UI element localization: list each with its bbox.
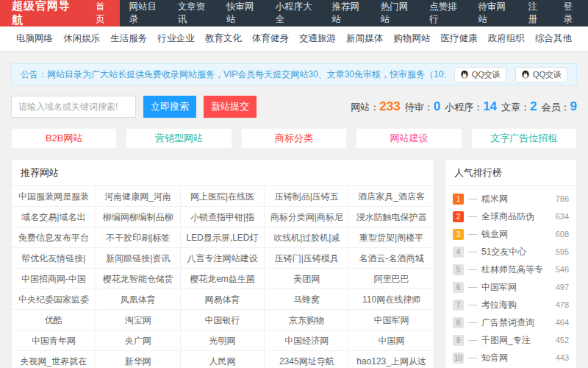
site-link[interactable]: 樱花龙智能仓储货 <box>96 269 181 289</box>
qq-chat-button[interactable]: QQ交谈 <box>454 67 506 82</box>
qq-icon <box>521 70 530 79</box>
site-link[interactable]: 域名交易|域名出 <box>12 207 96 227</box>
qq-chat-button[interactable]: QQ交谈 <box>515 67 567 82</box>
ranking-item[interactable]: 2—全球商品防伪634 <box>453 208 569 225</box>
site-link[interactable]: 新闻眼链接|资讯 <box>96 248 181 269</box>
site-link[interactable]: 新华网 <box>96 351 181 368</box>
category-link[interactable]: 医疗健康 <box>441 32 478 45</box>
topnav-item[interactable]: 网站目录 <box>120 0 168 26</box>
site-link[interactable]: 网易体育 <box>181 289 265 310</box>
quick-tab[interactable]: 营销型网站 <box>126 128 232 149</box>
topnav-item[interactable]: 小程序大全 <box>266 0 323 26</box>
category-link[interactable]: 政府组织 <box>488 32 525 45</box>
site-link[interactable]: 中国经济网 <box>265 330 349 351</box>
site-link[interactable]: 中国招商网-中国 <box>12 269 96 289</box>
rank-count: 497 <box>556 283 569 291</box>
auth-link[interactable]: 登录 <box>553 0 588 26</box>
category-link[interactable]: 生活服务 <box>110 32 147 45</box>
topnav-item[interactable]: 热门网站 <box>372 0 420 26</box>
site-link[interactable]: 优酷 <box>12 310 96 330</box>
qq-icon <box>460 70 469 79</box>
category-link[interactable]: 购物网站 <box>393 32 430 45</box>
search-button[interactable]: 立即搜索 <box>143 96 196 118</box>
site-link[interactable]: 110网在线律师 <box>349 289 434 310</box>
site-link[interactable]: 京东购物 <box>265 310 349 330</box>
ranking-item[interactable]: 3—钱盒网608 <box>453 225 569 243</box>
site-link[interactable]: 马蜂窝 <box>265 289 349 310</box>
site-link[interactable]: 中国军网 <box>349 310 434 330</box>
site-link[interactable]: 樱花龙em益生菌 <box>181 269 265 289</box>
ranking-item[interactable]: 1—糯米网786 <box>453 190 569 208</box>
auth-link[interactable]: 注册 <box>518 0 553 26</box>
site-link[interactable]: 酒店家具_酒店客 <box>349 186 434 207</box>
site-link[interactable]: 压铸门|压铸模具 <box>265 248 349 269</box>
site-link[interactable]: 河南健康网_河南 <box>96 186 181 207</box>
site-link[interactable]: 小锁查指甲钳|指 <box>181 207 265 227</box>
site-link[interactable]: 光明网 <box>181 330 265 351</box>
submit-site-button[interactable]: 新站提交 <box>204 96 257 118</box>
search-input[interactable] <box>11 96 136 118</box>
ranking-item[interactable]: 8—广告禁词查询464 <box>453 314 569 331</box>
category-link[interactable]: 行业企业 <box>158 32 195 45</box>
quick-tab[interactable]: 文字广告位招租 <box>471 128 577 149</box>
site-logo[interactable]: 超级官网导航 <box>0 0 87 26</box>
ranking-item[interactable]: 7—考拉海购478 <box>453 296 569 314</box>
ranking-item[interactable]: 6—中国军网497 <box>453 278 569 296</box>
category-link[interactable]: 综合其他 <box>535 32 572 45</box>
stat-value: 9 <box>570 99 577 114</box>
category-link[interactable]: 体育健身 <box>252 32 289 45</box>
main-content: 推荐网站 中国服装网是服装河南健康网_河南网上医院|在线医压铸制品|压铸五酒店家… <box>11 159 577 368</box>
site-link[interactable]: 商标分类网|商标尼 <box>265 207 349 227</box>
site-link[interactable]: 名酒云-名酒商城 <box>349 248 434 269</box>
site-link[interactable]: 央视网_世界就在 <box>12 351 96 368</box>
quick-tab[interactable]: 商标分类 <box>241 128 347 149</box>
site-link[interactable]: 网上医院|在线医 <box>181 186 265 207</box>
site-link[interactable]: 八言专注网站建设 <box>181 248 265 269</box>
topnav-item[interactable]: 文章资讯 <box>169 0 218 26</box>
topnav-item[interactable]: 首页 <box>87 0 120 26</box>
site-link[interactable]: 淘宝网 <box>96 310 181 330</box>
category-link[interactable]: 交通旅游 <box>299 32 336 45</box>
category-link[interactable]: 电脑网络 <box>16 32 53 45</box>
site-link[interactable]: 阿里巴巴 <box>349 269 434 289</box>
topnav-item[interactable]: 快审网站 <box>218 0 266 26</box>
category-link[interactable]: 新闻媒体 <box>346 32 383 45</box>
ranking-item[interactable]: 4—51交友中心595 <box>453 243 569 261</box>
category-link[interactable]: 教育文化 <box>205 32 242 45</box>
site-link[interactable]: 重型货架|阁楼平 <box>349 227 434 248</box>
ranking-item[interactable]: 5—桂林师范高等专546 <box>453 261 569 278</box>
ranking-item[interactable]: 9—千图网_专注452 <box>453 331 569 349</box>
site-link[interactable]: 中国服装网是服装 <box>12 186 96 207</box>
site-link[interactable]: 2345网址导航 <box>265 351 349 368</box>
site-link[interactable]: LED显示屏,LED灯 <box>181 227 265 248</box>
site-link[interactable]: 人民网 <box>181 351 265 368</box>
site-link[interactable]: 央广网 <box>96 330 181 351</box>
rank-count: 608 <box>556 230 569 238</box>
site-link[interactable]: 中国网 <box>349 330 434 351</box>
site-link[interactable]: 凤凰体育 <box>96 289 181 310</box>
rank-badge: 6 <box>453 282 464 293</box>
site-link[interactable]: 柳编网柳编制品柳 <box>96 207 181 227</box>
site-link[interactable]: 不干胶印刷|标签 <box>96 227 181 248</box>
rank-separator: — <box>468 229 477 239</box>
site-link[interactable]: 中国青年网 <box>12 330 96 351</box>
site-link[interactable]: 帮优化友情链接| <box>12 248 96 269</box>
site-link[interactable]: 压铸制品|压铸五 <box>265 186 349 207</box>
site-link[interactable]: 中国银行 <box>181 310 265 330</box>
stat-item: 待审：0 <box>405 99 440 114</box>
site-link[interactable]: 免费信息发布平台 <box>12 227 96 248</box>
quick-tab[interactable]: B2B网站 <box>11 128 117 149</box>
site-stats: 网站：233待审：0小程序：14文章：2会员：9 <box>346 99 577 114</box>
site-link[interactable]: 浸水防触电保护器 <box>349 207 434 227</box>
topnav-item[interactable]: 待审网站 <box>469 0 517 26</box>
site-link[interactable]: 中央纪委国家监委 <box>12 289 96 310</box>
stat-item: 小程序：14 <box>445 99 497 114</box>
topnav-item[interactable]: 推荐网站 <box>323 0 371 26</box>
ranking-item[interactable]: 10—知音网443 <box>453 349 569 367</box>
site-link[interactable]: 吹线机|过胶机|减 <box>265 227 349 248</box>
category-link[interactable]: 休闲娱乐 <box>63 32 100 45</box>
quick-tab[interactable]: 网站建设 <box>356 128 462 149</box>
site-link[interactable]: 美团网 <box>265 269 349 289</box>
topnav-item[interactable]: 点赞排行 <box>420 0 469 26</box>
site-link[interactable]: hao123_上网从这 <box>349 351 434 368</box>
